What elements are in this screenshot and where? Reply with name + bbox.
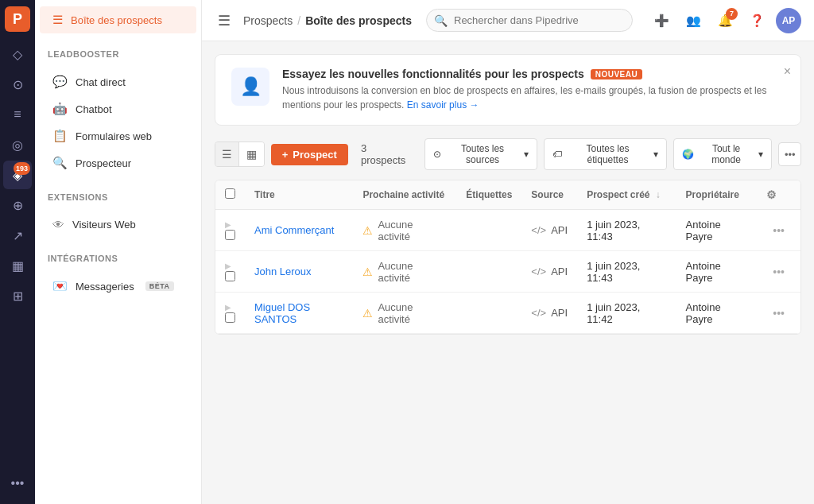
- warning-icon: ⚠: [362, 266, 373, 278]
- prospecteur-icon: 🔍: [52, 156, 68, 170]
- nav-products-icon[interactable]: ▦: [3, 251, 32, 280]
- nav-deals-icon[interactable]: ◇: [3, 40, 32, 68]
- nav-reports-icon[interactable]: ↗: [3, 221, 32, 250]
- row-title[interactable]: Miguel DOS SANTOS: [245, 293, 353, 334]
- sidebar-visiteurs-label: Visiteurs Web: [72, 219, 136, 231]
- sidebar-item-boite-label: Boîte des prospects: [71, 14, 162, 26]
- prospects-badge: 193: [14, 162, 30, 175]
- row-next-activity: ⚠ Aucune activité: [353, 251, 456, 293]
- row-more-button[interactable]: •••: [766, 304, 791, 323]
- code-icon: </>: [531, 266, 546, 277]
- users-button[interactable]: 👥: [680, 8, 706, 33]
- row-checkbox[interactable]: [225, 230, 235, 240]
- more-options-button[interactable]: •••: [778, 142, 801, 166]
- add-button[interactable]: ➕: [649, 8, 674, 33]
- nav-more-icon[interactable]: •••: [3, 469, 32, 498]
- notifications-badge: 7: [726, 8, 738, 20]
- sources-filter-button[interactable]: ⊙ Toutes les sources ▾: [424, 138, 538, 170]
- notifications-button[interactable]: 🔔 7: [712, 8, 738, 33]
- row-more-button[interactable]: •••: [766, 262, 791, 281]
- page-content: 👤 Essayez les nouvelles fonctionnalités …: [202, 41, 814, 504]
- banner-title: Essayez les nouvelles fonctionnalités po…: [282, 68, 785, 80]
- messaging-icon: 💌: [52, 279, 68, 293]
- icon-navigation: P ◇ ⊙ ≡ ◎ ◈ 193 ⊕ ↗ ▦ ⊞ •••: [0, 0, 35, 504]
- search-bar: 🔍: [426, 9, 633, 32]
- banner-text: Nous introduisons la conversion en bloc …: [282, 83, 785, 112]
- row-title[interactable]: John Leroux: [245, 251, 353, 293]
- main-content: ☰ Prospects / Boîte des prospects 🔍 ➕ 👥 …: [202, 0, 814, 504]
- sidebar-item-visiteurs[interactable]: 👁 Visiteurs Web: [40, 211, 196, 238]
- list-toolbar: ☰ ▦ + Prospect 3 prospects ⊙ Toutes les …: [215, 138, 801, 170]
- ellipsis-icon: •••: [785, 149, 796, 161]
- users-icon: 👥: [686, 14, 701, 28]
- chatbot-icon: 🤖: [52, 102, 68, 116]
- row-next-activity: ⚠ Aucune activité: [353, 210, 456, 251]
- sidebar-item-prospecteur[interactable]: 🔍 Prospecteur: [40, 149, 196, 176]
- row-actions-cell: •••: [757, 210, 800, 251]
- row-expander-icon[interactable]: ▶: [225, 220, 231, 229]
- chevron-down-icon: ▾: [653, 149, 658, 160]
- add-prospect-button[interactable]: + Prospect: [271, 144, 348, 165]
- help-button[interactable]: ❓: [744, 8, 769, 33]
- inbox-icon: ☰: [52, 13, 63, 27]
- card-view-button[interactable]: ▦: [239, 142, 263, 166]
- chevron-down-icon: ▾: [524, 149, 529, 160]
- table-body: ▶ Ami Commerçant ⚠ Aucune activité: [215, 210, 800, 334]
- hamburger-button[interactable]: ☰: [215, 9, 234, 33]
- nav-campaigns-icon[interactable]: ◎: [3, 130, 32, 159]
- sidebar-formulaires-label: Formulaires web: [76, 130, 152, 142]
- list-view-button[interactable]: ☰: [215, 142, 239, 166]
- app-logo[interactable]: P: [5, 6, 30, 32]
- row-tags: [456, 210, 521, 251]
- sidebar-item-chatbot[interactable]: 🤖 Chatbot: [40, 95, 196, 122]
- nav-contacts-icon[interactable]: ⊕: [3, 191, 32, 219]
- banner-link[interactable]: En savoir plus →: [407, 99, 479, 110]
- person-plus-icon: 👤: [240, 76, 262, 97]
- row-expander-icon[interactable]: ▶: [225, 303, 231, 312]
- table: Titre Prochaine activité Étiquettes Sour…: [215, 180, 800, 334]
- table-settings-icon[interactable]: ⚙: [766, 188, 777, 201]
- nav-prospects-icon[interactable]: ◈ 193: [3, 161, 32, 189]
- nav-pipeline-icon[interactable]: ≡: [3, 100, 32, 129]
- warning-icon: ⚠: [362, 307, 373, 320]
- row-more-button[interactable]: •••: [766, 221, 791, 240]
- select-all-checkbox[interactable]: [225, 188, 235, 199]
- row-title[interactable]: Ami Commerçant: [245, 210, 353, 251]
- tag-filter-icon: 🏷: [552, 149, 562, 160]
- search-icon: 🔍: [434, 14, 448, 27]
- sidebar-item-messageries[interactable]: 💌 Messageries BÉTA: [40, 273, 196, 300]
- tags-filter-button[interactable]: 🏷 Toutes les étiquettes ▾: [544, 138, 666, 170]
- row-expand-cell: ▶: [215, 210, 245, 251]
- chat-direct-icon: 💬: [52, 75, 68, 89]
- prospects-table: Titre Prochaine activité Étiquettes Sour…: [215, 180, 801, 335]
- row-actions-cell: •••: [757, 293, 800, 334]
- header-created: Prospect créé ↓: [577, 180, 676, 210]
- row-checkbox[interactable]: [225, 312, 235, 323]
- code-icon: </>: [531, 307, 546, 319]
- view-toggle: ☰ ▦: [215, 142, 265, 167]
- row-checkbox[interactable]: [225, 271, 235, 281]
- code-icon: </>: [531, 224, 546, 236]
- sidebar: ☰ Boîte des prospects LEADBOOSTER 💬 Chat…: [35, 0, 202, 504]
- extensions-section-label: EXTENSIONS: [35, 183, 201, 205]
- row-next-activity: ⚠ Aucune activité: [353, 293, 456, 334]
- row-expander-icon[interactable]: ▶: [225, 262, 231, 270]
- sidebar-item-boite[interactable]: ☰ Boîte des prospects: [40, 6, 196, 33]
- world-filter-button[interactable]: 🌍 Tout le monde ▾: [673, 138, 773, 170]
- source-filter-icon: ⊙: [433, 149, 441, 160]
- row-source: </> API: [521, 293, 577, 334]
- topbar: ☰ Prospects / Boîte des prospects 🔍 ➕ 👥 …: [202, 0, 814, 41]
- row-actions-cell: •••: [757, 251, 800, 293]
- beta-badge: BÉTA: [145, 281, 174, 291]
- nav-activities-icon[interactable]: ⊙: [3, 70, 32, 99]
- user-avatar[interactable]: AP: [776, 8, 801, 33]
- header-checkbox-col: [215, 180, 245, 210]
- banner-close-button[interactable]: ×: [784, 64, 791, 79]
- sidebar-item-formulaires[interactable]: 📋 Formulaires web: [40, 122, 196, 149]
- banner-content: Essayez les nouvelles fonctionnalités po…: [282, 68, 785, 112]
- search-input[interactable]: [426, 9, 633, 32]
- row-owner: Antoine Payre: [676, 251, 758, 293]
- sidebar-item-chat-direct[interactable]: 💬 Chat direct: [40, 68, 196, 95]
- header-owner: Propriétaire: [676, 180, 758, 210]
- nav-marketplace-icon[interactable]: ⊞: [3, 281, 32, 310]
